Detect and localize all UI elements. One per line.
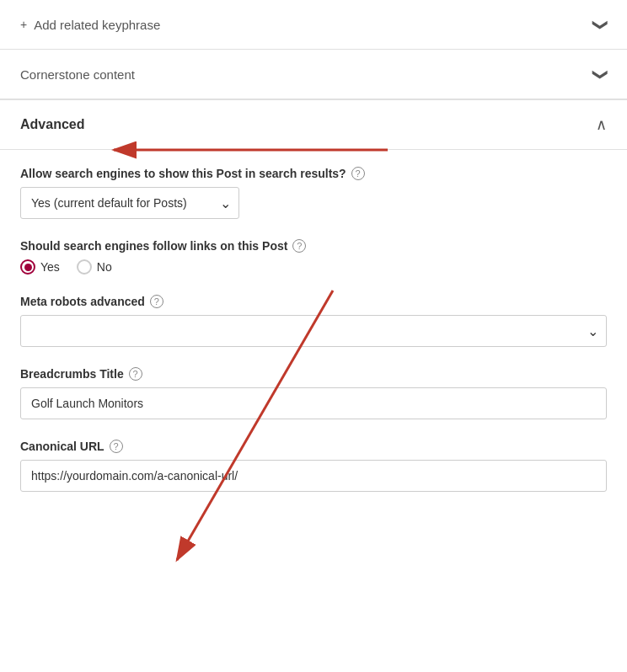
meta-robots-help-icon[interactable]: ?: [150, 295, 163, 308]
meta-robots-select[interactable]: index noindex nofollow: [20, 315, 607, 347]
search-engines-label: Allow search engines to show this Post i…: [20, 167, 607, 180]
follow-links-label: Should search engines follow links on th…: [20, 239, 607, 253]
search-engines-select[interactable]: Yes (current default for Posts) No: [20, 187, 239, 219]
canonical-url-input[interactable]: [20, 460, 607, 492]
canonical-url-label: Canonical URL ?: [20, 440, 607, 453]
canonical-url-field: Canonical URL ?: [20, 440, 607, 492]
canonical-url-help-icon[interactable]: ?: [110, 440, 123, 453]
breadcrumbs-input[interactable]: [20, 387, 607, 419]
breadcrumbs-field: Breadcrumbs Title ?: [20, 367, 607, 419]
add-keyphrase-label: + Add related keyphrase: [20, 18, 160, 32]
add-keyphrase-row[interactable]: + Add related keyphrase ❯: [0, 0, 627, 50]
cornerstone-chevron: ❯: [592, 68, 610, 81]
radio-yes-indicator: [20, 259, 35, 275]
radio-no-indicator: [77, 259, 92, 275]
cornerstone-row[interactable]: Cornerstone content ❯: [0, 50, 627, 99]
search-engines-help-icon[interactable]: ?: [351, 167, 365, 180]
advanced-title: Advanced: [20, 117, 84, 132]
breadcrumbs-help-icon[interactable]: ?: [129, 367, 142, 381]
plus-icon: +: [20, 18, 27, 31]
add-keyphrase-chevron: ❯: [592, 19, 610, 31]
advanced-content: Allow search engines to show this Post i…: [0, 149, 627, 537]
advanced-section: Advanced ∧ Allow search engines to show …: [0, 99, 627, 537]
radio-yes[interactable]: Yes: [20, 259, 60, 275]
breadcrumbs-label: Breadcrumbs Title ?: [20, 367, 607, 381]
follow-links-field: Should search engines follow links on th…: [20, 239, 607, 275]
cornerstone-label: Cornerstone content: [20, 67, 135, 82]
advanced-chevron: ∧: [596, 115, 607, 134]
meta-robots-select-wrapper: index noindex nofollow ⌄: [20, 315, 607, 347]
follow-links-help-icon[interactable]: ?: [292, 239, 306, 253]
search-engines-field: Allow search engines to show this Post i…: [20, 167, 607, 219]
search-engines-select-wrapper: Yes (current default for Posts) No ⌄: [20, 187, 239, 219]
meta-robots-field: Meta robots advanced ? index noindex nof…: [20, 295, 607, 347]
radio-no[interactable]: No: [77, 259, 112, 275]
meta-robots-label: Meta robots advanced ?: [20, 295, 607, 308]
advanced-header[interactable]: Advanced ∧: [0, 100, 627, 149]
follow-links-radio-group: Yes No: [20, 259, 607, 275]
